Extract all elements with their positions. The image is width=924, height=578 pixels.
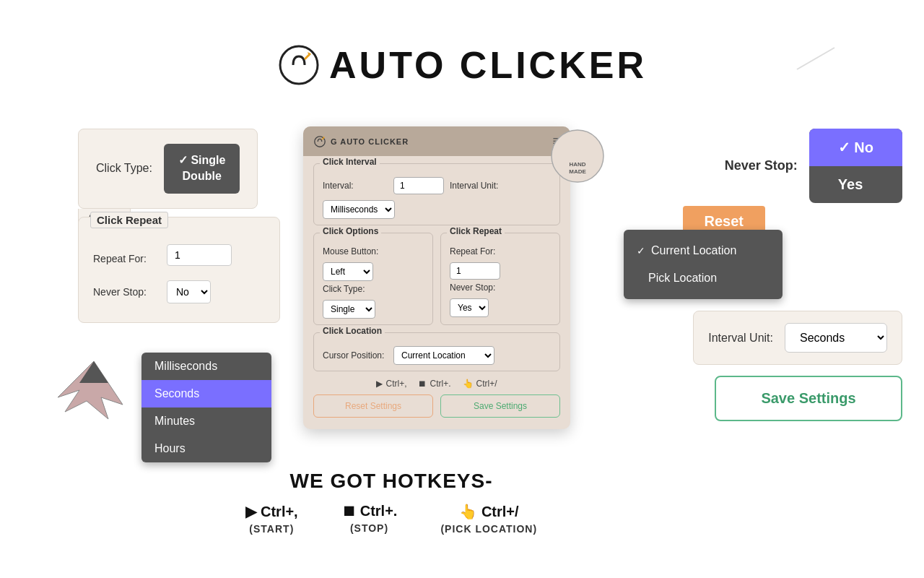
stop-combo: Ctrl+.	[430, 379, 450, 389]
click-repeat-section: Click Repeat Repeat For: Never Stop: No …	[440, 233, 560, 325]
dd-minutes[interactable]: Minutes	[141, 407, 271, 435]
hk-pick-sub: (PICK LOCATION)	[440, 523, 537, 535]
reset-settings-button[interactable]: Reset Settings	[313, 394, 433, 418]
hotkeys-big-row: ▶ Ctrl+, (START) ⏹ Ctrl+. (STOP) 👆 Ctrl+…	[245, 503, 537, 535]
main-title-area: AUTO CLICKER	[277, 43, 647, 87]
repeat-for-row: Repeat For:	[93, 244, 265, 273]
hotkeys-big-section: WE GOT HOTKEYS- ▶ Ctrl+, (START) ⏹ Ctrl+…	[245, 470, 537, 535]
hk-stop: ⏹ Ctrl+. (STOP)	[341, 503, 398, 535]
svg-point-0	[280, 46, 318, 84]
svg-text:MADE: MADE	[569, 168, 586, 175]
double-option: Double	[178, 168, 225, 184]
arrow-decoration	[51, 354, 137, 429]
save-settings-small-button[interactable]: Save Settings	[440, 394, 560, 418]
dd-milliseconds[interactable]: Milliseconds	[141, 353, 271, 380]
single-double-button[interactable]: ✓ Single Double	[164, 144, 240, 194]
never-stop-field-row: Never Stop: No Yes	[450, 282, 551, 317]
click-options-section: Click Options Mouse Button: Left Right M…	[313, 233, 433, 325]
dd-seconds[interactable]: Seconds	[141, 380, 271, 407]
hk-start: ▶ Ctrl+, (START)	[245, 503, 298, 535]
hk-pick-combo: 👆 Ctrl+/	[459, 503, 519, 520]
never-stop-row: Never Stop: No Yes	[93, 280, 265, 303]
app-title: AUTO CLICKER	[329, 43, 647, 87]
hk-pick-text: Ctrl+/	[481, 504, 519, 520]
never-stop-field-label: Never Stop:	[450, 282, 515, 293]
hotkey-stop: ⏹ Ctrl+.	[418, 379, 450, 389]
hk-stop-text: Ctrl+.	[360, 503, 398, 519]
cursor-position-label: Cursor Position:	[323, 350, 388, 361]
repeat-for-label: Repeat For:	[93, 253, 158, 264]
repeat-for-field-row: Repeat For:	[450, 246, 551, 280]
yes-button[interactable]: Yes	[809, 166, 902, 203]
main-logo-icon	[277, 43, 321, 87]
save-settings-big-button[interactable]: Save Settings	[715, 376, 902, 421]
cursor-position-select[interactable]: Current Location Pick Location	[393, 346, 494, 365]
dd-hours[interactable]: Hours	[141, 435, 271, 462]
handmade-logo: 🤲 HAND MADE	[549, 127, 606, 185]
app-logo-icon	[313, 135, 326, 148]
stop-icon: ⏹	[418, 379, 427, 389]
interval-label: Interval:	[323, 181, 388, 191]
mouse-button-label: Mouse Button:	[323, 246, 388, 256]
click-interval-title: Click Interval	[320, 157, 380, 167]
action-buttons-row: Reset Settings Save Settings	[313, 394, 560, 418]
click-repeat-title: Click Repeat	[90, 212, 168, 228]
hk-start-sub: (START)	[249, 523, 294, 535]
app-window: G AUTO CLICKER ≡ Click Interval Interval…	[303, 126, 570, 429]
hk-stop-icon: ⏹	[341, 503, 356, 519]
never-stop-field-select[interactable]: No Yes	[450, 298, 489, 317]
pick-icon: 👆	[463, 379, 474, 389]
hk-start-icon: ▶	[245, 503, 256, 520]
click-options-title: Click Options	[320, 226, 381, 236]
hk-pick: 👆 Ctrl+/ (PICK LOCATION)	[440, 503, 537, 535]
interval-row: Interval: Interval Unit: Milliseconds Se…	[323, 177, 551, 219]
click-type-field-label: Click Type:	[323, 284, 388, 294]
options-repeat-row: Click Options Mouse Button: Left Right M…	[313, 225, 560, 325]
start-combo: Ctrl+,	[385, 379, 406, 389]
location-current[interactable]: Current Location	[624, 237, 783, 264]
click-repeat-card: Click Repeat Repeat For: Never Stop: No …	[78, 217, 280, 323]
start-icon: ▶	[376, 379, 383, 389]
repeat-for-input[interactable]	[167, 244, 232, 266]
click-location-section: Click Location Cursor Position: Current …	[313, 332, 560, 371]
click-type-row: Click Type: Single Double	[323, 284, 424, 319]
interval-unit-card-label: Interval Unit:	[708, 332, 773, 345]
interval-unit-card-select[interactable]: Milliseconds Seconds Minutes Hours	[785, 323, 887, 353]
mouse-button-row: Mouse Button: Left Right Middle	[323, 246, 424, 281]
interval-unit-label: Interval Unit:	[450, 181, 507, 191]
hk-start-text: Ctrl+,	[261, 504, 298, 520]
click-type-select[interactable]: Single Double	[323, 300, 375, 319]
repeat-for-field-input[interactable]	[450, 262, 500, 280]
app-logo-text: G AUTO CLICKER	[331, 137, 409, 146]
interval-dropdown[interactable]: Milliseconds Seconds Minutes Hours	[141, 353, 271, 462]
hotkey-start: ▶ Ctrl+,	[376, 379, 406, 389]
repeat-for-field-label: Repeat For:	[450, 246, 515, 256]
svg-text:HAND: HAND	[569, 161, 585, 168]
hotkeys-row: ▶ Ctrl+, ⏹ Ctrl+. 👆 Ctrl+/	[313, 379, 560, 389]
interval-unit-select[interactable]: Milliseconds Seconds Minutes Hours	[323, 200, 395, 219]
interval-unit-card: Interval Unit: Milliseconds Seconds Minu…	[693, 311, 902, 365]
save-settings-card: Save Settings	[715, 376, 902, 421]
no-button[interactable]: ✓ No	[809, 129, 902, 166]
click-interval-section: Click Interval Interval: Interval Unit: …	[313, 163, 560, 225]
cursor-position-row: Cursor Position: Current Location Pick L…	[323, 346, 551, 365]
interval-input[interactable]	[393, 177, 444, 194]
location-pick[interactable]: Pick Location	[624, 264, 783, 292]
deco-line	[797, 47, 835, 70]
hk-start-combo: ▶ Ctrl+,	[245, 503, 298, 520]
location-dropdown[interactable]: Current Location Pick Location	[624, 230, 783, 299]
app-logo-small: G AUTO CLICKER	[313, 135, 409, 148]
never-stop-buttons: ✓ No Yes	[809, 129, 902, 203]
click-type-card: Click Type: ✓ Single Double	[78, 129, 258, 209]
pick-combo: Ctrl+/	[476, 379, 497, 389]
never-stop-select[interactable]: No Yes	[167, 280, 211, 303]
mouse-button-select[interactable]: Left Right Middle	[323, 262, 373, 281]
never-stop-card: Never Stop: ✓ No Yes	[725, 129, 902, 203]
click-repeat-section-title: Click Repeat	[447, 226, 505, 236]
never-stop-card-label: Never Stop:	[725, 158, 798, 173]
app-titlebar: G AUTO CLICKER ≡	[303, 126, 570, 156]
single-option: ✓ Single	[178, 152, 225, 168]
click-location-title: Click Location	[320, 326, 385, 336]
hotkeys-title: WE GOT HOTKEYS-	[245, 470, 537, 493]
hk-stop-combo: ⏹ Ctrl+.	[341, 503, 398, 519]
